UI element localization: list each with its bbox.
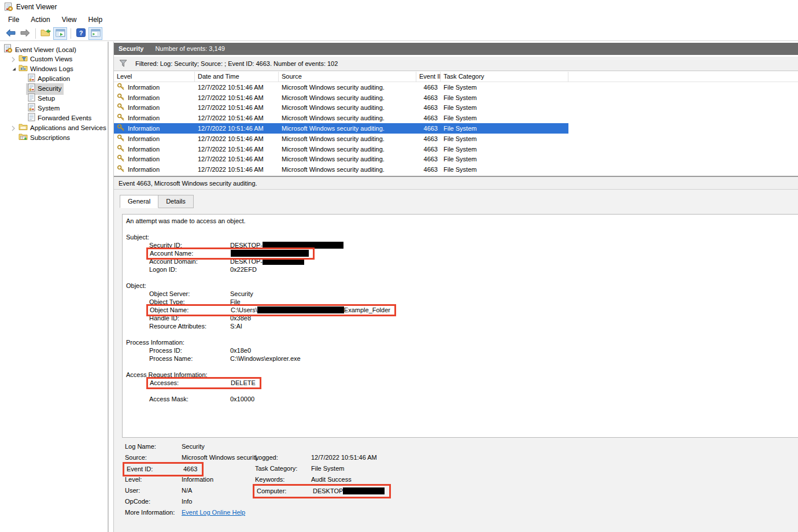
tree-item-windows-logs[interactable]: Windows Logs [0, 64, 108, 73]
tree-item-text: Event Viewer (Local) [15, 46, 76, 53]
footer-row: Computer:DESKTOP [255, 486, 391, 497]
level-cell: Information [114, 113, 195, 123]
toolbar-forward-button[interactable] [18, 27, 32, 40]
tree-item-label: Subscriptions [19, 132, 70, 143]
log-icon [28, 106, 35, 113]
redacted-black-bar [231, 250, 309, 257]
menu-help[interactable]: Help [83, 14, 109, 25]
source-cell: Microsoft Windows security auditing. [279, 164, 416, 175]
level-cell: Information [114, 164, 195, 175]
menu-file[interactable]: File [2, 14, 25, 25]
tree-item-event-viewer-local[interactable]: Event Viewer (Local) [0, 44, 108, 54]
event-field-label: An attempt was made to access an object. [126, 217, 246, 225]
event-field-label: Process Information: [126, 338, 184, 346]
value-text: C:\Windows\explorer.exe [230, 355, 301, 362]
key-icon [117, 83, 125, 92]
column-header-source[interactable]: Source [279, 72, 416, 82]
key-icon [117, 154, 125, 164]
log-plain-icon [28, 116, 35, 123]
column-header-event-id[interactable]: Event ID [416, 72, 441, 82]
value-text: 0x18e0 [230, 347, 251, 354]
column-header-level[interactable]: Level [114, 72, 195, 82]
table-row[interactable]: Information12/7/2022 10:51:46 AMMicrosof… [114, 123, 568, 134]
table-row[interactable]: Information12/7/2022 10:51:46 AMMicrosof… [114, 144, 568, 154]
footer-value: 4663 [183, 466, 197, 472]
red-highlight-box: Accesses:DELETE [146, 377, 261, 389]
footer-label: Keywords: [255, 475, 311, 484]
value-text: 0x10000 [230, 396, 254, 402]
filter-text: Filtered: Log: Security; Source: ; Event… [135, 60, 338, 67]
footer-value: 12/7/2022 10:51:46 AM [311, 454, 377, 461]
tree-item-text: Windows Logs [30, 65, 73, 72]
task-category-cell: File System [441, 144, 568, 154]
event-field-label: Object: [126, 282, 146, 290]
event-field-label: Logon ID: [149, 265, 230, 274]
main-panel: SecurityNumber of events: 3,149 Filtered… [113, 42, 798, 532]
tree-item-system[interactable]: System [0, 103, 108, 113]
toolbar-console-tree-button[interactable] [53, 27, 67, 40]
event-text-line: Account Name: [123, 249, 798, 257]
toolbar-action-pane-button[interactable] [88, 27, 102, 40]
red-highlight-box: Account Name: [146, 247, 315, 260]
blank-line [123, 363, 798, 371]
menu-action[interactable]: Action [25, 14, 56, 25]
level-cell: Information [114, 144, 195, 154]
footer-value: Info [182, 498, 192, 505]
table-row[interactable]: Information12/7/2022 10:51:46 AMMicrosof… [114, 82, 568, 93]
footer-row: Event ID:4663 [125, 464, 258, 475]
tab-details[interactable]: Details [158, 195, 194, 208]
event-field-label: Process Name: [149, 354, 230, 363]
event-text-line: Object Name:C:\Users\Example_Folder [123, 306, 798, 314]
task-category-cell: File System [441, 123, 568, 134]
menu-view[interactable]: View [56, 14, 83, 25]
tab-general[interactable]: General [120, 195, 158, 208]
redacted-black-bar [343, 487, 385, 494]
forward-icon [20, 28, 31, 39]
table-row[interactable]: Information12/7/2022 10:51:46 AMMicrosof… [114, 93, 568, 103]
table-row[interactable]: Information12/7/2022 10:51:46 AMMicrosof… [114, 113, 568, 123]
table-row[interactable]: Information12/7/2022 10:51:46 AMMicrosof… [114, 134, 568, 144]
level-text: Information [128, 135, 160, 142]
footer-value-link[interactable]: Event Log Online Help [182, 509, 245, 516]
action-pane-icon [91, 29, 101, 38]
tree-item-custom-views[interactable]: Custom Views [0, 54, 108, 64]
tree-item-security[interactable]: Security [0, 83, 108, 93]
tree-item-setup[interactable]: Setup [0, 93, 108, 103]
datetime-cell: 12/7/2022 10:51:46 AM [195, 82, 279, 93]
toolbar-back-button[interactable] [3, 27, 17, 40]
datetime-cell: 12/7/2022 10:51:46 AM [195, 144, 279, 154]
level-text: Information [128, 166, 160, 173]
level-cell: Information [114, 123, 195, 134]
table-row[interactable]: Information12/7/2022 10:51:46 AMMicrosof… [114, 154, 568, 165]
tree-item-application[interactable]: Application [0, 73, 108, 83]
tree-item-applications-and-services-lo[interactable]: Applications and Services Lo [0, 123, 108, 132]
title-bar: Event Viewer [0, 0, 798, 14]
key-icon [117, 124, 125, 133]
table-body: Information12/7/2022 10:51:46 AMMicrosof… [114, 82, 798, 175]
event-text-line: Subject: [123, 233, 798, 241]
column-header-filler [568, 72, 798, 82]
event-field-label: Subject: [126, 233, 149, 241]
tree-item-subscriptions[interactable]: Subscriptions [0, 132, 108, 142]
footer-value: Microsoft Windows security [182, 454, 258, 461]
footer-left-column: Log Name:SecuritySource:Microsoft Window… [125, 442, 258, 519]
tree-item-text: Security [38, 85, 62, 92]
value-text: 0x22EFD [230, 266, 257, 273]
level-cell: Information [114, 154, 195, 165]
table-row[interactable]: Information12/7/2022 10:51:46 AMMicrosof… [114, 103, 568, 113]
tree-item-forwarded-events[interactable]: Forwarded Events [0, 113, 108, 123]
event-text-line: Resource Attributes:S:AI [123, 322, 798, 330]
datetime-cell: 12/7/2022 10:51:46 AM [195, 164, 279, 175]
tree-item-text: Forwarded Events [38, 114, 91, 121]
tree-item-text: Applications and Services Lo [30, 124, 109, 131]
footer-row: Logged:12/7/2022 10:51:46 AM [255, 453, 391, 464]
open-folder-icon [40, 28, 51, 38]
key-icon [117, 103, 125, 112]
event-field-label: Account Name: [150, 249, 231, 257]
column-header-task-category[interactable]: Task Category [441, 72, 568, 82]
toolbar-help-button[interactable]: ? [74, 27, 88, 40]
help-icon: ? [76, 28, 86, 38]
table-row[interactable]: Information12/7/2022 10:51:46 AMMicrosof… [114, 164, 568, 175]
toolbar-open-folder-button[interactable] [39, 27, 53, 40]
column-header-date-and-time[interactable]: Date and Time [195, 72, 279, 82]
